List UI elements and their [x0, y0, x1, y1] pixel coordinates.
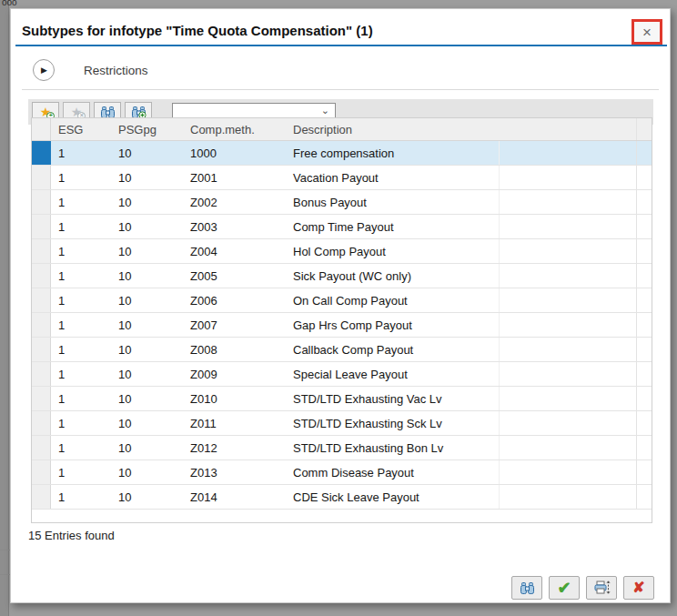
- table-row[interactable]: 1 10 Z009 Special Leave Payout: [32, 362, 652, 387]
- cell-description: On Call Comp Payout: [286, 288, 500, 312]
- cell-strip: [637, 411, 652, 435]
- table-row[interactable]: 1 10 Z001 Vacation Payout: [32, 166, 652, 190]
- cell-esg: 1: [51, 362, 111, 386]
- row-selector[interactable]: [32, 190, 51, 214]
- cell-filler: [500, 387, 637, 410]
- print-button[interactable]: [586, 576, 617, 600]
- col-header-description[interactable]: Description: [286, 118, 500, 140]
- cell-strip: [637, 313, 652, 337]
- cell-compmeth: Z001: [183, 166, 286, 189]
- cell-compmeth: Z014: [183, 485, 286, 509]
- row-selector[interactable]: [32, 166, 51, 189]
- close-icon: ×: [642, 25, 652, 40]
- close-button[interactable]: ×: [632, 19, 662, 45]
- cell-strip: [637, 460, 652, 484]
- table-row[interactable]: 1 10 Z003 Comp Time Payout: [32, 215, 652, 239]
- cell-description: Vacation Payout: [286, 166, 500, 189]
- col-header-psgpg[interactable]: PSGpg: [111, 118, 183, 140]
- table-row[interactable]: 1 10 Z012 STD/LTD Exhausting Bon Lv: [32, 436, 652, 460]
- row-selector[interactable]: [32, 460, 51, 484]
- row-selector[interactable]: [32, 239, 51, 263]
- table-row[interactable]: 1 10 Z002 Bonus Payout: [32, 190, 652, 215]
- cell-strip: [637, 288, 652, 312]
- cell-esg: 1: [51, 411, 111, 435]
- entries-found-status: 15 Entries found: [28, 529, 115, 542]
- cell-description: Comm Disease Payout: [286, 460, 500, 484]
- table-row[interactable]: 1 10 Z008 Callback Comp Payout: [32, 338, 652, 362]
- cell-filler: [500, 485, 637, 509]
- table-row[interactable]: 1 10 Z011 STD/LTD Exhausting Sck Lv: [32, 411, 652, 436]
- row-selector[interactable]: [32, 141, 51, 165]
- table-row[interactable]: 1 10 1000 Free compensation: [32, 141, 652, 166]
- star-gray-icon: ★×: [71, 106, 83, 118]
- cell-strip: [637, 166, 652, 189]
- row-selector[interactable]: [32, 215, 51, 238]
- restrictions-expand-button[interactable]: ▶: [33, 59, 55, 81]
- background-gridline: [0, 550, 10, 550]
- cell-compmeth: Z013: [183, 460, 286, 484]
- table-row[interactable]: 1 10 Z004 Hol Comp Payout: [32, 239, 652, 264]
- dialog-action-buttons: ✔ ✘: [511, 576, 654, 600]
- col-header-esg[interactable]: ESG: [51, 118, 111, 140]
- row-selector[interactable]: [32, 264, 51, 288]
- row-selector[interactable]: [32, 411, 51, 435]
- cell-description: STD/LTD Exhausting Vac Lv: [286, 387, 500, 410]
- cell-compmeth: 1000: [183, 141, 286, 165]
- table-row[interactable]: 1 10 Z005 Sick Payout (WC only): [32, 264, 652, 288]
- cell-description: Free compensation: [286, 141, 500, 165]
- cell-psgpg: 10: [111, 215, 183, 238]
- table-row[interactable]: 1 10 Z007 Gap Hrs Comp Payout: [32, 313, 652, 338]
- green-check-icon: ✔: [557, 580, 571, 596]
- cell-esg: 1: [51, 485, 111, 509]
- cell-compmeth: Z004: [183, 239, 286, 263]
- cell-strip: [637, 362, 652, 386]
- row-selector[interactable]: [32, 362, 51, 386]
- cell-psgpg: 10: [111, 313, 183, 337]
- scrollbar-track: [637, 118, 652, 140]
- cell-filler: [500, 239, 637, 263]
- row-selector[interactable]: [32, 338, 51, 361]
- cell-description: Bonus Payout: [286, 190, 500, 214]
- row-selector[interactable]: [32, 313, 51, 337]
- cell-esg: 1: [51, 436, 111, 459]
- cell-filler: [500, 166, 637, 189]
- cell-esg: 1: [51, 288, 111, 312]
- row-selector[interactable]: [32, 288, 51, 312]
- table-row[interactable]: 1 10 Z010 STD/LTD Exhausting Vac Lv: [32, 387, 652, 411]
- table-header-row: ESG PSGpg Comp.meth. Description: [32, 118, 652, 141]
- cell-psgpg: 10: [111, 387, 183, 410]
- table-row[interactable]: 1 10 Z013 Comm Disease Payout: [32, 460, 652, 485]
- selector-column-header: [32, 118, 51, 140]
- row-selector[interactable]: [32, 387, 51, 410]
- cell-strip: [637, 338, 652, 361]
- row-selector[interactable]: [32, 485, 51, 509]
- accept-button[interactable]: ✔: [549, 576, 580, 600]
- cell-filler: [500, 436, 637, 459]
- cell-strip: [637, 485, 652, 509]
- cancel-button[interactable]: ✘: [623, 576, 654, 600]
- cell-filler: [500, 411, 637, 435]
- find-button[interactable]: [511, 576, 542, 600]
- printer-icon: [593, 581, 611, 595]
- background-gridline: [0, 574, 10, 575]
- cell-esg: 1: [51, 387, 111, 410]
- cell-psgpg: 10: [111, 362, 183, 386]
- col-header-compmeth[interactable]: Comp.meth.: [183, 118, 286, 140]
- table-row[interactable]: 1 10 Z014 CDE Sick Leave Payout: [32, 485, 652, 510]
- cell-esg: 1: [51, 239, 111, 263]
- cell-compmeth: Z002: [183, 190, 286, 214]
- cell-psgpg: 10: [111, 436, 183, 459]
- cell-description: Sick Payout (WC only): [286, 264, 500, 288]
- cell-filler: [500, 362, 637, 386]
- cell-compmeth: Z005: [183, 264, 286, 288]
- restrictions-section: ▶ Restrictions: [33, 58, 148, 82]
- cell-esg: 1: [51, 166, 111, 189]
- cell-filler: [500, 264, 637, 288]
- background-window-edge: [0, 0, 9, 616]
- cell-filler: [500, 338, 637, 361]
- table-row[interactable]: 1 10 Z006 On Call Comp Payout: [32, 288, 652, 313]
- cell-psgpg: 10: [111, 485, 183, 509]
- cell-compmeth: Z010: [183, 387, 286, 410]
- row-selector[interactable]: [32, 436, 51, 459]
- restrictions-label: Restrictions: [84, 64, 148, 77]
